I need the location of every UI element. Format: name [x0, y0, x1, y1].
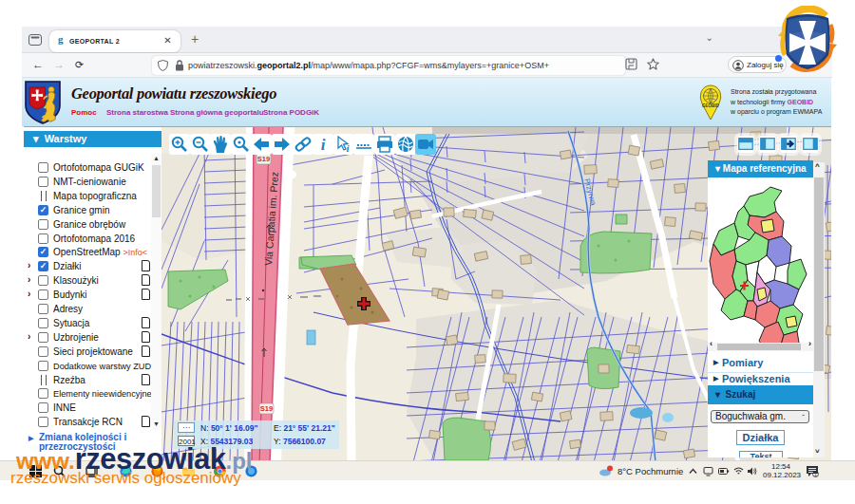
svg-text:i: i: [346, 142, 350, 154]
svg-text:S19: S19: [257, 155, 270, 163]
svg-text:GEOBID: GEOBID: [702, 103, 720, 108]
svg-text:i: i: [321, 136, 326, 154]
svg-text:1: 1: [814, 472, 817, 477]
svg-text:S19: S19: [260, 404, 273, 413]
